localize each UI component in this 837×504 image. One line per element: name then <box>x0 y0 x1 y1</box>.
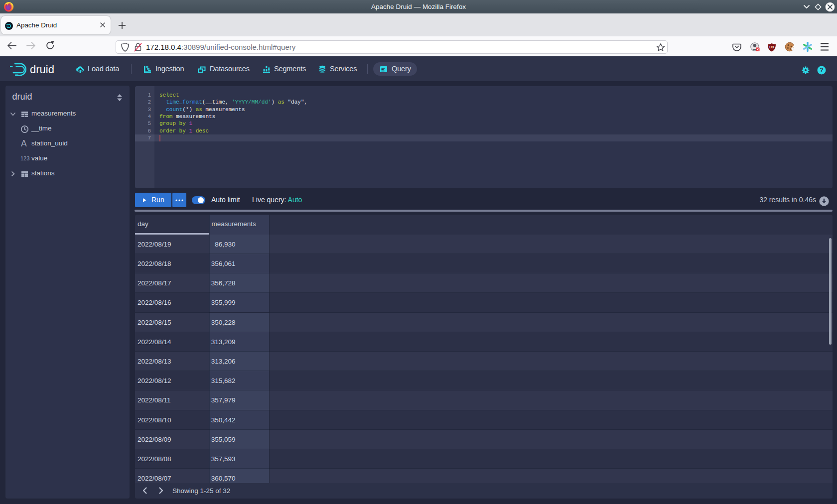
svg-text:?: ? <box>820 67 823 74</box>
svg-text:UO: UO <box>769 45 774 49</box>
svg-text:druid: druid <box>30 63 54 76</box>
